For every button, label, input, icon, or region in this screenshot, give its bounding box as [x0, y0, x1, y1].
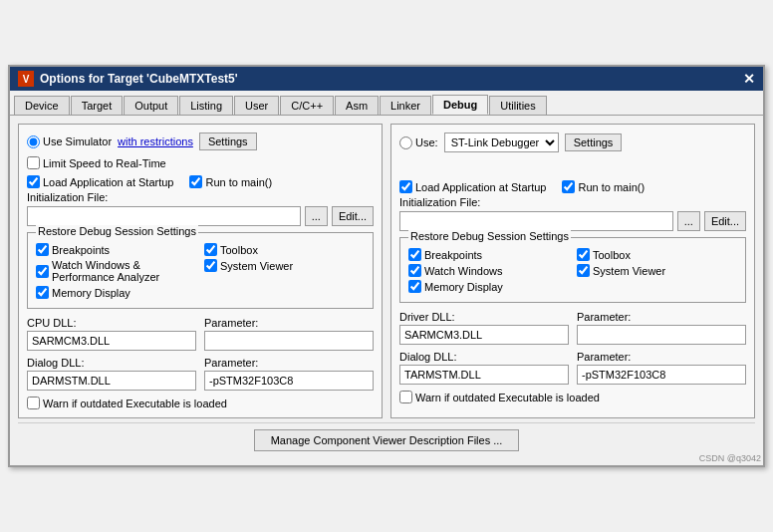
run-to-main-left[interactable]: Run to main() [189, 175, 272, 188]
main-window: V Options for Target 'CubeMTXTest5' ✕ De… [8, 65, 765, 467]
warn-left-checkbox[interactable] [27, 397, 40, 409]
memory-display-left-checkbox[interactable] [36, 286, 49, 299]
init-file-row-right: ... Edit... [399, 211, 746, 231]
use-simulator-radio[interactable] [27, 135, 40, 148]
debugger-select[interactable]: ST-Link Debugger [444, 133, 559, 152]
dialog-param-label-right: Parameter: [577, 351, 746, 363]
restore-group-right: Restore Debug Session Settings Breakpoin… [399, 237, 746, 303]
checkbox-grid-left: Breakpoints Watch Windows & Performance … [36, 243, 365, 302]
dialog-dll-input-left[interactable] [27, 371, 196, 391]
limit-speed-row: Limit Speed to Real-Time [27, 156, 374, 169]
watch-windows-right-checkbox[interactable] [408, 264, 421, 277]
edit-btn-left[interactable]: Edit... [332, 206, 374, 226]
toolbox-left-checkbox[interactable] [204, 243, 217, 256]
tab-linker[interactable]: Linker [380, 96, 431, 115]
window-title: Options for Target 'CubeMTXTest5' [40, 72, 238, 86]
memory-display-row-right: Memory Display [408, 280, 569, 293]
checkbox-grid-right: Breakpoints Watch Windows [408, 248, 737, 296]
checkbox-col-left-2: Toolbox System Viewer [204, 243, 365, 302]
run-to-main-left-checkbox[interactable] [189, 175, 202, 188]
cpu-param-input[interactable] [204, 331, 374, 351]
dialog-dll-field-left: Dialog DLL: [27, 357, 196, 391]
dialog-param-input-left[interactable] [204, 371, 374, 391]
browse-btn-left[interactable]: ... [305, 206, 328, 226]
driver-param-input[interactable] [577, 325, 746, 345]
tab-user[interactable]: User [234, 96, 279, 115]
use-debugger-label[interactable]: Use: [399, 136, 438, 149]
warn-row-left: Warn if outdated Executable is loaded [27, 397, 374, 409]
right-settings-button[interactable]: Settings [565, 133, 623, 151]
init-file-label-right: Initialization File: [399, 196, 746, 208]
dialog-dll-row-right: Dialog DLL: Parameter: [399, 351, 746, 385]
restore-group-title-right: Restore Debug Session Settings [408, 230, 571, 242]
browse-btn-right[interactable]: ... [677, 211, 700, 231]
dialog-param-field-left: Parameter: [204, 357, 374, 391]
system-viewer-right-checkbox[interactable] [577, 264, 590, 277]
with-restrictions-link[interactable]: with restrictions [118, 135, 193, 147]
use-simulator-label[interactable]: Use Simulator [27, 135, 112, 148]
dialog-param-label-left: Parameter: [204, 357, 374, 369]
tab-asm[interactable]: Asm [335, 96, 379, 115]
breakpoints-row-left: Breakpoints [36, 243, 196, 256]
limit-speed-checkbox[interactable] [27, 156, 40, 169]
restore-settings-left: Breakpoints Watch Windows & Performance … [36, 243, 365, 302]
cpu-dll-input[interactable] [27, 331, 196, 351]
driver-param-label: Parameter: [577, 311, 746, 323]
load-app-left-checkbox[interactable] [27, 175, 40, 188]
dialog-dll-section-left: Dialog DLL: Parameter: [27, 357, 374, 391]
tab-debug[interactable]: Debug [432, 95, 488, 115]
breakpoints-row-right: Breakpoints [408, 248, 569, 261]
init-file-input-left[interactable] [27, 206, 301, 226]
tab-target[interactable]: Target [71, 96, 124, 115]
dialog-dll-section-right: Dialog DLL: Parameter: [399, 351, 746, 385]
load-app-left[interactable]: Load Application at Startup [27, 175, 173, 188]
warn-right-checkbox[interactable] [399, 391, 412, 403]
system-viewer-row-right: System Viewer [577, 264, 737, 277]
title-bar: V Options for Target 'CubeMTXTest5' ✕ [10, 67, 763, 91]
tab-utilities[interactable]: Utilities [489, 96, 546, 115]
dialog-param-field-right: Parameter: [577, 351, 746, 385]
checkbox-col-right-1: Breakpoints Watch Windows [408, 248, 569, 296]
run-to-main-right-checkbox[interactable] [562, 180, 575, 193]
spacer-right [399, 158, 746, 180]
restore-settings-right: Breakpoints Watch Windows [408, 248, 737, 296]
cpu-param-label: Parameter: [204, 317, 374, 329]
close-button[interactable]: ✕ [743, 71, 755, 87]
watch-windows-row-left: Watch Windows & Performance Analyzer [36, 259, 196, 283]
tab-cpp[interactable]: C/C++ [280, 96, 334, 115]
toolbox-right-checkbox[interactable] [577, 248, 590, 261]
toolbox-row-left: Toolbox [204, 243, 365, 256]
tab-listing[interactable]: Listing [179, 96, 233, 115]
limit-speed-label[interactable]: Limit Speed to Real-Time [27, 156, 374, 169]
use-debugger-radio[interactable] [399, 136, 412, 149]
watch-windows-row-right: Watch Windows [408, 264, 569, 277]
dialog-dll-input-right[interactable] [399, 365, 569, 385]
load-app-right[interactable]: Load Application at Startup [399, 180, 546, 193]
tab-output[interactable]: Output [124, 96, 178, 115]
load-app-right-checkbox[interactable] [399, 180, 412, 193]
breakpoints-right-checkbox[interactable] [408, 248, 421, 261]
dialog-dll-row-left: Dialog DLL: Parameter: [27, 357, 374, 391]
driver-dll-field: Driver DLL: [399, 311, 569, 345]
manage-btn[interactable]: Manage Component Viewer Description File… [254, 429, 520, 451]
load-run-row-right: Load Application at Startup Run to main(… [399, 180, 746, 193]
dialog-dll-label-right: Dialog DLL: [399, 351, 569, 363]
bottom-bar: Manage Component Viewer Description File… [18, 422, 755, 457]
memory-display-right-checkbox[interactable] [408, 280, 421, 293]
checkbox-col-left-1: Breakpoints Watch Windows & Performance … [36, 243, 196, 302]
right-column: Use: ST-Link Debugger Settings Load Appl… [390, 124, 755, 418]
tab-device[interactable]: Device [14, 96, 70, 115]
edit-btn-right[interactable]: Edit... [704, 211, 746, 231]
driver-dll-input[interactable] [399, 325, 569, 345]
init-file-input-right[interactable] [399, 211, 673, 231]
driver-dll-label: Driver DLL: [399, 311, 569, 323]
dialog-param-input-right[interactable] [577, 365, 746, 385]
use-debugger-row: Use: ST-Link Debugger Settings [399, 133, 746, 152]
left-settings-button[interactable]: Settings [199, 133, 257, 150]
app-icon: V [18, 71, 34, 87]
watch-windows-left-checkbox[interactable] [36, 265, 49, 278]
cpu-dll-label: CPU DLL: [27, 317, 196, 329]
breakpoints-left-checkbox[interactable] [36, 243, 49, 256]
system-viewer-left-checkbox[interactable] [204, 259, 217, 272]
run-to-main-right[interactable]: Run to main() [562, 180, 644, 193]
